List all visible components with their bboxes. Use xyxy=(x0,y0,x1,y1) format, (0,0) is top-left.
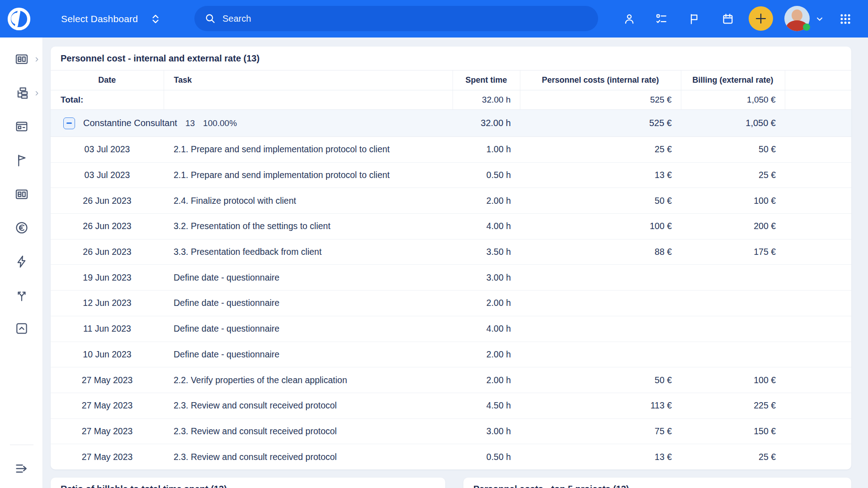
table-row[interactable]: 03 Jul 2023 2.1. Prepare and send implem… xyxy=(51,137,851,163)
row-task: 2.4. Finalize protocol with client xyxy=(164,188,453,214)
total-empty xyxy=(785,90,851,110)
column-header-external-rate[interactable]: Billing (external rate) xyxy=(681,70,785,90)
table-row[interactable]: 27 May 2023 2.3. Review and consult rece… xyxy=(51,418,851,444)
group-row-consultant: Constantine Consultant 13 100.00% 32.00 … xyxy=(51,110,851,137)
row-internal-cost: 113 € xyxy=(520,393,681,418)
table-row[interactable]: 10 Jun 2023 Define date - questionnaire … xyxy=(51,342,851,367)
logo-icon xyxy=(6,6,32,32)
sidebar-expand-menu[interactable] xyxy=(0,459,43,479)
row-task: 2.1. Prepare and send implementation pro… xyxy=(164,162,453,188)
panel-icon xyxy=(14,187,29,202)
sidebar-item-browser-card[interactable] xyxy=(0,117,43,136)
add-new-button[interactable] xyxy=(749,6,773,31)
table-row[interactable]: 19 Jun 2023 Define date - questionnaire … xyxy=(51,265,851,291)
top-bar: Select Dashboard xyxy=(0,0,868,38)
row-billing xyxy=(681,342,785,367)
user-icon[interactable] xyxy=(622,0,637,38)
personnel-cost-card: Personnel cost - internal and external r… xyxy=(51,47,851,469)
sidebar-item-panel[interactable] xyxy=(0,184,43,204)
expand-menu-icon xyxy=(14,461,29,476)
row-date: 26 Jun 2023 xyxy=(51,239,164,265)
table-row[interactable]: 27 May 2023 2.2. Verify properties of th… xyxy=(51,367,851,393)
personnel-cost-table: Date Task Spent time Personnel costs (in… xyxy=(51,70,851,469)
flag-icon[interactable] xyxy=(686,0,702,38)
row-task: Define date - questionnaire xyxy=(164,342,453,367)
split-arrows-icon xyxy=(14,288,29,303)
row-task: 2.2. Verify properties of the clean appl… xyxy=(164,367,453,393)
table-row[interactable]: 26 Jun 2023 3.3. Presentation feedback f… xyxy=(51,239,851,265)
table-row[interactable]: 26 Jun 2023 3.2. Presentation of the set… xyxy=(51,214,851,239)
column-header-internal-rate[interactable]: Personnel costs (internal rate) xyxy=(520,70,681,90)
row-billing: 50 € xyxy=(681,137,785,163)
left-sidebar xyxy=(0,38,43,488)
table-row[interactable]: 27 May 2023 2.3. Review and consult rece… xyxy=(51,444,851,469)
pennant-flag-icon xyxy=(14,153,29,168)
row-date: 11 Jun 2023 xyxy=(51,316,164,342)
row-task: 2.3. Review and consult received protoco… xyxy=(164,393,453,418)
project-tree-icon xyxy=(14,86,29,100)
group-spent-time: 32.00 h xyxy=(453,110,520,137)
group-user-name[interactable]: Constantine Consultant xyxy=(83,118,177,128)
row-internal-cost xyxy=(520,342,681,367)
search-input[interactable] xyxy=(222,14,594,24)
browser-card-icon xyxy=(14,119,29,134)
row-internal-cost: 88 € xyxy=(520,239,681,265)
row-internal-cost: 100 € xyxy=(520,214,681,239)
total-internal-cost: 525 € xyxy=(520,90,681,110)
total-spent-time: 32.00 h xyxy=(453,90,520,110)
row-billing xyxy=(681,265,785,291)
avatar-face xyxy=(792,9,802,21)
column-header-spent-time[interactable]: Spent time xyxy=(453,70,520,90)
row-billing: 100 € xyxy=(681,188,785,214)
row-internal-cost xyxy=(520,291,681,316)
row-task: 3.2. Presentation of the settings to cli… xyxy=(164,214,453,239)
group-billing: 1,050 € xyxy=(681,110,785,137)
sidebar-caret-project-tree[interactable] xyxy=(33,83,42,103)
table-header-row: Date Task Spent time Personnel costs (in… xyxy=(51,70,851,90)
row-billing: 25 € xyxy=(681,444,785,469)
column-header-date[interactable]: Date xyxy=(51,70,164,90)
row-spent-time: 4.50 h xyxy=(453,393,520,418)
table-row[interactable]: 11 Jun 2023 Define date - questionnaire … xyxy=(51,316,851,342)
row-billing: 100 € xyxy=(681,367,785,393)
row-internal-cost: 50 € xyxy=(520,367,681,393)
row-date: 03 Jul 2023 xyxy=(51,137,164,163)
sidebar-item-workflow[interactable] xyxy=(0,286,43,305)
ratio-billable-card-title: Ratio of billable to total time spent (1… xyxy=(61,484,435,488)
table-row[interactable]: 26 Jun 2023 2.4. Finalize protocol with … xyxy=(51,188,851,214)
search-bar[interactable] xyxy=(194,6,598,31)
dashboard-selector-label: Select Dashboard xyxy=(61,14,138,24)
top-projects-card-title: Personnel costs - top 5 projects (13) xyxy=(473,484,841,488)
dashboard-icon xyxy=(14,52,29,66)
row-billing: 225 € xyxy=(681,393,785,418)
sidebar-item-milestone-flag[interactable] xyxy=(0,150,43,170)
row-task: 2.3. Review and consult received protoco… xyxy=(164,444,453,469)
search-icon xyxy=(204,13,216,24)
table-row[interactable]: 03 Jul 2023 2.1. Prepare and send implem… xyxy=(51,162,851,188)
table-row[interactable]: 12 Jun 2023 Define date - questionnaire … xyxy=(51,291,851,316)
sidebar-item-quick-actions[interactable] xyxy=(0,252,43,272)
row-internal-cost: 75 € xyxy=(520,418,681,444)
calendar-icon[interactable] xyxy=(720,0,736,38)
row-spent-time: 3.00 h xyxy=(453,418,520,444)
row-billing xyxy=(681,316,785,342)
group-empty xyxy=(785,110,851,137)
sidebar-item-money[interactable] xyxy=(0,218,43,238)
row-task: 3.3. Presentation feedback from client xyxy=(164,239,453,265)
apps-grid-icon[interactable] xyxy=(838,0,853,38)
row-date: 26 Jun 2023 xyxy=(51,214,164,239)
dashboard-selector[interactable]: Select Dashboard xyxy=(61,0,161,38)
row-billing: 150 € xyxy=(681,418,785,444)
row-date: 12 Jun 2023 xyxy=(51,291,164,316)
sidebar-item-archive[interactable] xyxy=(0,319,43,338)
sidebar-caret-dashboard[interactable] xyxy=(33,49,42,69)
row-date: 27 May 2023 xyxy=(51,418,164,444)
row-spent-time: 3.00 h xyxy=(453,265,520,291)
collapse-group-button[interactable] xyxy=(63,117,75,129)
avatar-chevron-down-icon[interactable] xyxy=(812,0,827,38)
tasks-checklist-icon[interactable] xyxy=(654,0,669,38)
table-row[interactable]: 27 May 2023 2.3. Review and consult rece… xyxy=(51,393,851,418)
app-logo[interactable] xyxy=(0,0,38,38)
column-header-task[interactable]: Task xyxy=(164,70,453,90)
row-billing: 25 € xyxy=(681,162,785,188)
